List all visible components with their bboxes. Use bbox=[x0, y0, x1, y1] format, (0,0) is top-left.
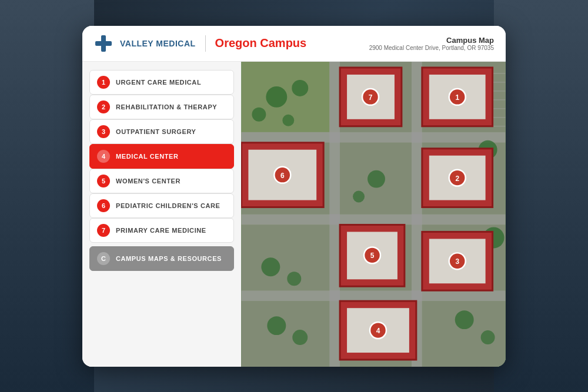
nav-badge-5: 5 bbox=[97, 175, 110, 187]
svg-text:3: 3 bbox=[455, 257, 459, 266]
svg-point-46 bbox=[481, 330, 495, 344]
nav-label-6: PEDIATRIC CHILDREN'S CARE bbox=[116, 202, 220, 209]
svg-text:2: 2 bbox=[455, 174, 459, 182]
map-label: Campus Map bbox=[369, 36, 494, 45]
svg-text:6: 6 bbox=[280, 171, 285, 179]
svg-rect-16 bbox=[241, 301, 329, 367]
nav-label-7: PRIMARY CARE MEDICINE bbox=[116, 227, 206, 234]
main-card: VALLEY MEDICAL Oregon Campus Campus Map … bbox=[82, 26, 506, 367]
nav-badge-2: 2 bbox=[97, 100, 110, 113]
nav-badge-1: 1 bbox=[97, 76, 110, 89]
nav-item-5[interactable]: 5WOMEN'S CENTER bbox=[89, 169, 234, 193]
bg-building-right bbox=[494, 0, 588, 392]
nav-items-container: 1URGENT CARE MEDICAL2REHABILITATION & TH… bbox=[89, 70, 234, 243]
body: 1URGENT CARE MEDICAL2REHABILITATION & TH… bbox=[82, 62, 506, 367]
campus-title: Oregon Campus bbox=[215, 36, 307, 50]
logo-cross-icon bbox=[94, 34, 113, 53]
nav-badge-6: 6 bbox=[97, 199, 110, 212]
nav-item-3[interactable]: 3OUTPATIENT SURGERY bbox=[89, 119, 234, 144]
svg-rect-1 bbox=[95, 41, 112, 46]
svg-point-34 bbox=[368, 170, 385, 187]
svg-point-43 bbox=[292, 330, 308, 345]
nav-label-3: OUTPATIENT SURGERY bbox=[116, 128, 196, 135]
nav-item-4[interactable]: 4MEDICAL CENTER bbox=[89, 144, 234, 169]
svg-point-28 bbox=[252, 107, 266, 121]
svg-text:1: 1 bbox=[455, 93, 459, 101]
svg-point-39 bbox=[287, 272, 301, 286]
svg-rect-4 bbox=[241, 214, 505, 225]
svg-rect-3 bbox=[241, 132, 505, 142]
svg-text:5: 5 bbox=[370, 252, 375, 260]
header: VALLEY MEDICAL Oregon Campus Campus Map … bbox=[82, 26, 506, 62]
svg-point-35 bbox=[353, 190, 365, 202]
nav-badge-3: 3 bbox=[97, 125, 110, 138]
nav-label-2: REHABILITATION & THERAPY bbox=[116, 103, 217, 110]
map-canvas: 7 1 6 2 5 3 bbox=[241, 62, 506, 367]
svg-point-45 bbox=[455, 310, 474, 329]
header-divider bbox=[205, 35, 206, 52]
nav-badge-7: 7 bbox=[97, 224, 110, 237]
header-right: Campus Map 2900 Medical Center Drive, Po… bbox=[369, 36, 494, 51]
svg-rect-13 bbox=[241, 225, 329, 290]
svg-text:4: 4 bbox=[376, 327, 380, 335]
nav-item-resources[interactable]: C CAMPUS MAPS & RESOURCES bbox=[89, 246, 234, 271]
nav-label-1: URGENT CARE MEDICAL bbox=[116, 79, 201, 86]
campus-address: 2900 Medical Center Drive, Portland, OR … bbox=[369, 45, 494, 51]
svg-point-26 bbox=[266, 86, 287, 107]
header-left: VALLEY MEDICAL Oregon Campus bbox=[94, 34, 306, 53]
logo-text: VALLEY MEDICAL bbox=[120, 39, 196, 48]
nav-label-4: MEDICAL CENTER bbox=[116, 153, 179, 160]
svg-point-42 bbox=[267, 316, 286, 335]
svg-rect-6 bbox=[329, 62, 340, 367]
nav-item-2[interactable]: 2REHABILITATION & THERAPY bbox=[89, 95, 234, 119]
bg-building-left bbox=[0, 0, 94, 392]
nav-item-1[interactable]: 1URGENT CARE MEDICAL bbox=[89, 70, 234, 95]
nav-label-resources: CAMPUS MAPS & RESOURCES bbox=[116, 255, 222, 262]
svg-rect-5 bbox=[241, 290, 505, 301]
map-svg: 7 1 6 2 5 3 bbox=[241, 62, 506, 367]
svg-point-29 bbox=[282, 114, 294, 126]
nav-item-6[interactable]: 6PEDIATRIC CHILDREN'S CARE bbox=[89, 193, 234, 218]
svg-point-38 bbox=[261, 257, 280, 276]
nav-badge-resources: C bbox=[97, 252, 110, 265]
nav-label-5: WOMEN'S CENTER bbox=[116, 177, 181, 185]
sidebar: 1URGENT CARE MEDICAL2REHABILITATION & TH… bbox=[82, 62, 241, 367]
svg-text:7: 7 bbox=[369, 93, 373, 101]
map-area: 7 1 6 2 5 3 bbox=[241, 62, 506, 367]
nav-item-7[interactable]: 7PRIMARY CARE MEDICINE bbox=[89, 218, 234, 243]
nav-badge-4: 4 bbox=[97, 150, 110, 163]
svg-point-27 bbox=[292, 79, 308, 96]
